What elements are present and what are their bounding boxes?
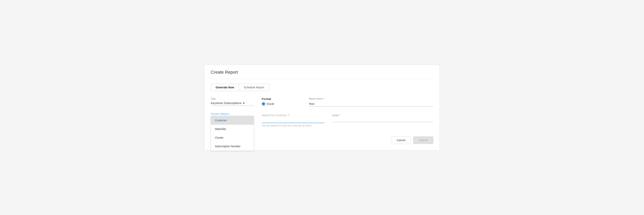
search-hint: You can search for only one Customer at … bbox=[262, 124, 324, 127]
choose-category-label: Choose Category: bbox=[211, 113, 230, 115]
type-group: Type Keystone Subscriptions ▾ bbox=[211, 97, 254, 106]
tab-generate-now[interactable]: Generate Now bbox=[211, 84, 239, 91]
report-name-label: Report Name * bbox=[309, 97, 433, 100]
search-input-wrapper: Search for Customer * You can search for… bbox=[262, 113, 324, 127]
form-section: Type Keystone Subscriptions ▾ Format Exc… bbox=[211, 97, 433, 127]
cancel-button[interactable]: Cancel bbox=[391, 136, 411, 144]
search-required: * bbox=[288, 114, 289, 117]
email-label: Email * bbox=[332, 114, 340, 117]
create-report-container: Create Report Generate Now Schedule Repo… bbox=[204, 65, 440, 150]
dropdown-item-watchlist[interactable]: Watchlist bbox=[211, 125, 254, 133]
search-label: Search for Customer * bbox=[262, 114, 290, 117]
category-dropdown-menu: Customer Watchlist Cluster Subscription … bbox=[211, 116, 254, 151]
email-section: Email * bbox=[332, 112, 433, 122]
dropdown-arrow-icon: ▾ bbox=[243, 101, 245, 105]
email-input[interactable] bbox=[332, 117, 433, 122]
tabs-container: Generate Now Schedule Report bbox=[211, 84, 269, 91]
second-form-row: Choose Category: Customer Watchlist Clus… bbox=[211, 112, 433, 127]
search-customer-input[interactable] bbox=[262, 117, 324, 122]
format-group: Format Excel bbox=[262, 97, 301, 106]
report-name-input[interactable] bbox=[309, 101, 433, 106]
type-value: Keystone Subscriptions bbox=[211, 101, 242, 105]
dropdown-item-subscription-number[interactable]: Subscription Number bbox=[211, 142, 254, 151]
report-name-group: Report Name * bbox=[309, 97, 433, 106]
excel-radio-group[interactable]: Excel bbox=[262, 102, 301, 106]
email-required: * bbox=[339, 114, 340, 117]
dropdown-item-cluster[interactable]: Cluster bbox=[211, 133, 254, 142]
format-label: Format bbox=[262, 97, 301, 101]
excel-radio-label: Excel bbox=[267, 102, 274, 105]
type-label: Type bbox=[211, 97, 254, 100]
search-underline: Search for Customer * bbox=[262, 113, 324, 123]
radio-inner-dot bbox=[262, 103, 264, 105]
excel-radio-button[interactable] bbox=[262, 102, 265, 106]
dropdown-item-customer[interactable]: Customer bbox=[211, 116, 254, 125]
customer-search-section: Search for Customer * You can search for… bbox=[262, 112, 324, 127]
category-section: Choose Category: Customer Watchlist Clus… bbox=[211, 112, 254, 115]
tab-schedule-report[interactable]: Schedule Report bbox=[239, 84, 269, 91]
first-form-row: Type Keystone Subscriptions ▾ Format Exc… bbox=[211, 97, 433, 106]
submit-button[interactable]: Submit bbox=[413, 136, 433, 144]
type-dropdown[interactable]: Keystone Subscriptions ▾ bbox=[211, 101, 254, 106]
report-name-required: * bbox=[324, 97, 325, 100]
page-title: Create Report bbox=[211, 70, 433, 75]
